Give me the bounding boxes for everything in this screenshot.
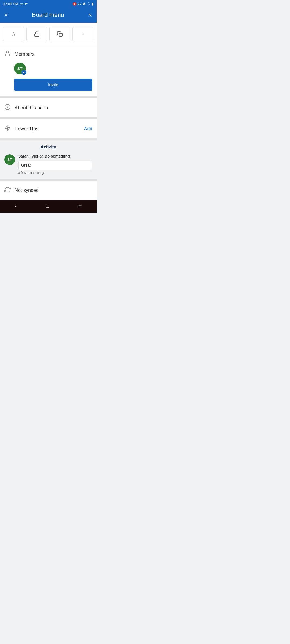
star-button[interactable]: ☆ [3,27,24,41]
activity-card-name: Do something [45,154,70,158]
back-button[interactable]: ‹ [9,202,22,210]
time-display: 12:00 PM [3,2,18,6]
activity-avatar: ST [4,154,15,165]
not-synced-label: Not synced [15,188,39,193]
sync-icon [4,186,11,195]
more-button[interactable]: ⋮ [73,27,93,41]
member-avatars-list: ST [4,63,92,74]
key-icon: 🗝 [78,2,81,6]
home-button[interactable]: □ [41,202,55,210]
members-section: Members ST Invite [0,46,97,98]
admin-badge [21,70,26,75]
svg-point-2 [6,51,9,53]
bottom-navigation: ‹ □ ≡ [0,200,97,213]
powerups-label: Power-Ups [15,126,38,132]
activity-user-line: Sarah Tyler on Do something [18,154,92,159]
members-header: Members [4,50,92,58]
powerups-icon [4,125,11,133]
status-bar-left: 12:00 PM ▭ ⇌ [3,2,28,6]
cursor-icon: ↖ [88,12,92,18]
not-synced-section[interactable]: Not synced [0,179,97,200]
activity-comment-box: Great [18,161,92,170]
record-icon: ● [73,2,77,6]
powerups-section: Power-Ups Add [0,119,97,140]
status-bar: 12:00 PM ▭ ⇌ ● 🗝 ✱ ☽ ▮ [0,0,97,8]
members-label: Members [15,52,35,57]
svg-rect-0 [35,34,39,36]
activity-item: ST Sarah Tyler on Do something Great a f… [4,154,92,175]
about-section[interactable]: About this board [0,98,97,119]
page-title: Board menu [32,12,64,19]
about-header: About this board [4,104,92,112]
status-bar-right: ● 🗝 ✱ ☽ ▮ [73,2,93,6]
members-icon [4,50,11,58]
svg-rect-1 [59,33,62,36]
header: × Board menu ↖ [0,8,97,23]
invite-button[interactable]: Invite [14,79,92,91]
copy-button[interactable] [49,27,70,41]
activity-content: Sarah Tyler on Do something Great a few … [18,154,92,175]
powerups-left: Power-Ups [4,125,38,133]
signal-icon: ⇌ [25,2,28,6]
lock-button[interactable] [26,27,47,41]
menu-button[interactable]: ≡ [74,202,87,210]
activity-comment-text: Great [21,163,31,167]
add-powerup-button[interactable]: Add [84,126,92,131]
video-icon: ▭ [20,2,23,6]
moon-icon: ☽ [87,2,90,6]
quick-actions-bar: ☆ ⋮ [0,23,97,46]
about-label: About this board [15,105,50,111]
activity-title: Activity [4,145,92,149]
close-button[interactable]: × [4,12,8,18]
battery-icon: ▮ [92,2,93,6]
info-icon [4,104,11,112]
member-avatar-st[interactable]: ST [14,63,26,74]
bluetooth-icon: ✱ [83,2,86,6]
activity-username: Sarah Tyler [18,154,38,158]
activity-section: Activity ST Sarah Tyler on Do something … [0,140,97,179]
activity-timestamp: a few seconds ago [18,171,92,175]
activity-on-text: on [39,154,45,158]
